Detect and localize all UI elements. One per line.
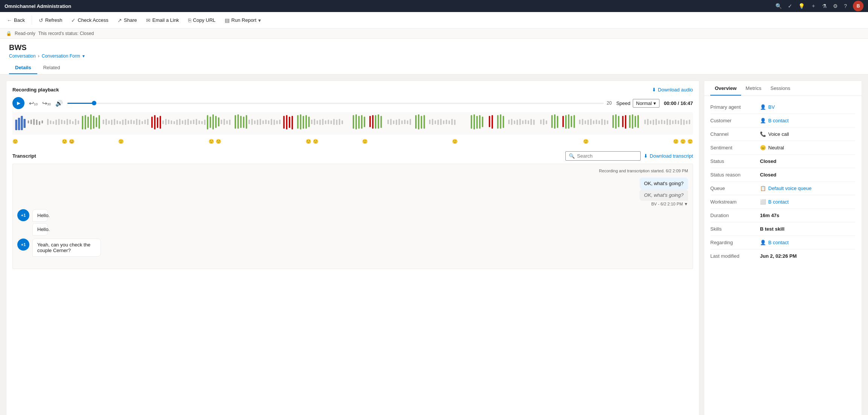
label-status: Status (710, 158, 755, 164)
info-row-skills: Skills B test skill (710, 222, 856, 236)
sentiment-smile-icon-2: 😊 (69, 139, 75, 144)
svg-rect-175 (571, 116, 572, 127)
svg-rect-30 (58, 119, 60, 125)
check-icon[interactable]: ✓ (788, 3, 792, 9)
svg-rect-124 (390, 119, 392, 125)
progress-thumb (92, 101, 96, 105)
download-audio-button[interactable]: ⬇ Download audio (652, 87, 693, 93)
svg-rect-62 (182, 120, 183, 124)
svg-rect-108 (330, 120, 332, 124)
run-report-button[interactable]: ▤ Run Report ▾ (221, 15, 265, 25)
skip-forward-button[interactable]: ↪30 (42, 100, 51, 107)
svg-rect-155 (503, 116, 504, 128)
svg-rect-56 (165, 119, 167, 125)
breadcrumb-conversation[interactable]: Conversation (9, 53, 36, 59)
info-row-customer: Customer 👤 B contact (710, 114, 856, 128)
label-primary-agent: Primary agent (710, 104, 755, 110)
transcript-search-box[interactable]: 🔍 (565, 151, 641, 161)
share-button[interactable]: ↗ Share (114, 15, 141, 25)
copy-url-button[interactable]: ⎘ Copy URL (184, 15, 219, 25)
sentiment-smile-icon-7: 🙂 (583, 139, 589, 144)
svg-rect-29 (55, 120, 57, 125)
svg-rect-18 (154, 115, 155, 129)
svg-rect-25 (218, 117, 219, 126)
tab-details[interactable]: Details (9, 62, 37, 74)
label-duration: Duration (710, 213, 755, 218)
svg-rect-109 (333, 119, 335, 125)
svg-rect-157 (511, 119, 513, 125)
message-right-1: OK, what's going? OK, what's going? BV -… (17, 178, 688, 206)
label-last-modified: Last modified (710, 253, 755, 259)
svg-rect-136 (429, 120, 431, 124)
svg-rect-166 (540, 120, 542, 124)
svg-rect-86 (265, 120, 267, 124)
svg-rect-197 (644, 120, 646, 124)
user-avatar[interactable]: B (853, 1, 863, 11)
svg-rect-89 (274, 120, 275, 125)
svg-rect-79 (246, 115, 247, 129)
plus-icon[interactable]: ＋ (811, 3, 816, 9)
sentiment-smile-icon-8: 🙂 (680, 139, 686, 144)
recording-title: Recording playback (12, 87, 59, 93)
download-transcript-button[interactable]: ⬇ Download transcript (644, 153, 693, 159)
email-link-button[interactable]: ✉ Email a Link (142, 15, 183, 25)
link-primary-agent[interactable]: BV (768, 104, 775, 110)
svg-rect-15 (96, 117, 97, 127)
svg-rect-95 (292, 116, 293, 129)
svg-rect-68 (198, 120, 200, 124)
svg-rect-115 (358, 116, 360, 129)
svg-rect-150 (482, 117, 483, 127)
back-button[interactable]: ← Back (3, 15, 29, 25)
svg-rect-145 (454, 120, 455, 125)
speed-select[interactable]: Normal ▾ (633, 99, 659, 108)
svg-rect-201 (655, 119, 657, 125)
refresh-button[interactable]: ↺ Refresh (35, 15, 66, 25)
search-icon[interactable]: 🔍 (775, 3, 782, 9)
breadcrumb-form[interactable]: Conversation Form (42, 53, 80, 59)
svg-rect-142 (446, 120, 447, 124)
value-regarding: 👤 B contact (760, 240, 789, 245)
svg-rect-53 (145, 120, 146, 124)
sentiment-smile-icon-9: 🙂 (687, 139, 693, 144)
value-skills: B test skill (760, 226, 784, 232)
sentiment-bar: 🙁 🙂 😊 🙁 🙂 🙁 🙂 🙁 🙂 🙂 🙂 🙁 🙂 🙂 (12, 138, 693, 145)
value-status: Closed (760, 158, 776, 164)
message-left-1: +1 Hello. Hello. (17, 209, 688, 236)
svg-rect-60 (176, 120, 178, 125)
help-icon[interactable]: ? (844, 3, 847, 9)
svg-rect-153 (497, 115, 499, 129)
label-skills: Skills (710, 226, 755, 232)
value-duration: 16m 47s (760, 213, 779, 218)
label-sentiment: Sentiment (710, 145, 755, 150)
share-icon: ↗ (117, 17, 122, 23)
transcript-search-input[interactable] (577, 153, 637, 159)
progress-track[interactable] (67, 103, 604, 104)
link-customer[interactable]: B contact (768, 118, 789, 123)
chevron-down-icon[interactable]: ▾ (82, 53, 85, 59)
skip-back-button[interactable]: ↩10 (29, 100, 38, 107)
panel-tab-sessions[interactable]: Sessions (766, 81, 795, 96)
filter-icon[interactable]: ⚗ (822, 3, 827, 9)
svg-rect-203 (661, 120, 662, 124)
panel-tab-overview[interactable]: Overview (710, 81, 741, 96)
link-queue[interactable]: Default voice queue (768, 185, 812, 191)
sentiment-sad-icon-4: 🙁 (313, 139, 318, 144)
link-regarding[interactable]: B contact (768, 240, 789, 245)
download-icon: ⬇ (644, 153, 648, 159)
person-icon-regarding: 👤 (760, 240, 766, 245)
check-access-button[interactable]: ✓ Check Access (67, 15, 112, 25)
svg-rect-180 (588, 120, 589, 125)
tab-related[interactable]: Related (37, 62, 66, 74)
svg-rect-98 (303, 116, 304, 129)
volume-button[interactable]: 🔊 (55, 100, 63, 107)
panel-tab-metrics[interactable]: Metrics (741, 81, 766, 96)
value-status-reason: Closed (760, 172, 776, 178)
play-button[interactable]: ▶ (12, 97, 24, 109)
svg-rect-212 (686, 120, 688, 124)
svg-rect-20 (160, 116, 161, 129)
progress-fill (67, 103, 94, 104)
settings-icon[interactable]: ⚙ (833, 3, 838, 9)
svg-rect-123 (387, 120, 389, 124)
link-workstream[interactable]: B contact (768, 199, 789, 205)
lightbulb-icon[interactable]: 💡 (798, 3, 805, 9)
